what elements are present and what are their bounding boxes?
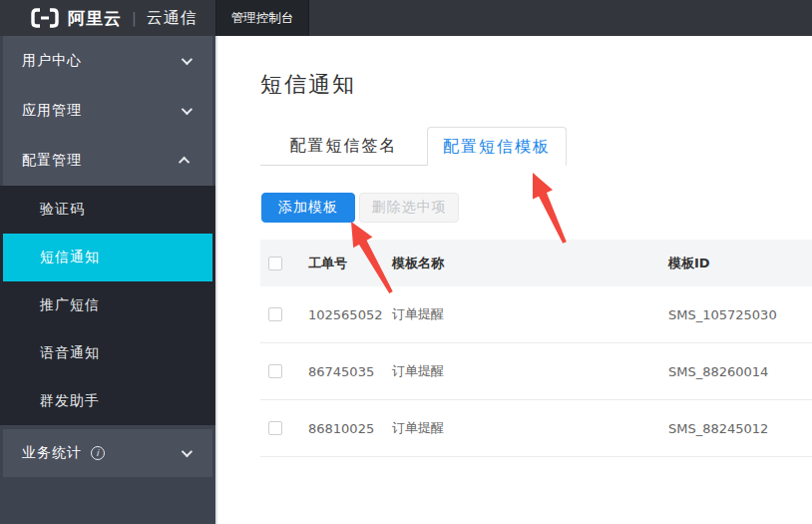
column-header-order-no: 工单号 — [308, 255, 392, 272]
sidebar-submenu: 验证码 短信通知 推广短信 语音通知 群发助手 — [0, 186, 215, 425]
delete-selected-button[interactable]: 删除选中项 — [359, 193, 459, 223]
sidebar-nav: 用户中心 应用管理 配置管理 验证码 短信通知 推广短信 语音 — [0, 36, 215, 524]
sidebar-item-config-management[interactable]: 配置管理 — [3, 136, 212, 186]
table-header-row: 工单号 模板名称 模板ID — [260, 240, 812, 286]
aliyun-logo-icon — [30, 7, 60, 29]
cell-template-id: SMS_88245012 — [668, 421, 812, 436]
page-title: 短信通知 — [260, 70, 356, 100]
tab-configure-sms-template[interactable]: 配置短信模板 — [427, 127, 567, 166]
table-row: 86810025 订单提醒 SMS_88245012 — [260, 400, 812, 457]
row-checkbox[interactable] — [268, 364, 282, 378]
chevron-down-icon — [182, 54, 193, 65]
console-tab[interactable]: 管理控制台 — [215, 0, 309, 36]
tab-configure-sms-signature[interactable]: 配置短信签名 — [260, 127, 427, 166]
cell-template-name: 订单提醒 — [392, 305, 668, 323]
cell-template-id: SMS_105725030 — [668, 307, 812, 322]
sidebar-item-business-stats[interactable]: 业务统计 — [3, 429, 212, 477]
toolbar: 添加模板 删除选中项 — [261, 193, 459, 223]
cell-template-name: 订单提醒 — [392, 362, 668, 380]
cell-order-no: 86810025 — [308, 421, 392, 436]
cell-order-no: 102565052 — [308, 307, 392, 322]
sidebar-item-label: 推广短信 — [40, 296, 100, 314]
chevron-up-icon — [179, 157, 190, 168]
info-icon — [91, 446, 105, 460]
sidebar-item-app-management[interactable]: 应用管理 — [3, 86, 212, 136]
sidebar-menu-group: 用户中心 应用管理 配置管理 — [3, 36, 212, 186]
sidebar-item-sms-notification[interactable]: 短信通知 — [3, 234, 212, 281]
sidebar-item-verification-code[interactable]: 验证码 — [0, 186, 215, 234]
row-checkbox[interactable] — [268, 307, 282, 321]
sidebar-item-voice-notification[interactable]: 语音通知 — [0, 329, 215, 377]
top-bar: 阿里云 | 云通信 管理控制台 — [0, 0, 812, 36]
sidebar-item-label: 用户中心 — [22, 52, 82, 70]
table-row: 86745035 订单提醒 SMS_88260014 — [260, 343, 812, 400]
template-table: 工单号 模板名称 模板ID 102565052 订单提醒 SMS_1057250… — [260, 240, 812, 457]
sidebar-item-label: 验证码 — [40, 201, 85, 219]
sidebar-item-user-center[interactable]: 用户中心 — [3, 36, 212, 86]
cell-order-no: 86745035 — [308, 364, 392, 379]
brand-divider: | — [132, 10, 137, 26]
app-window: 阿里云 | 云通信 管理控制台 用户中心 应用管理 配置管理 验证码 — [0, 0, 812, 524]
select-all-checkbox[interactable] — [268, 257, 282, 270]
chevron-down-icon — [182, 104, 193, 115]
brand-name: 阿里云 — [68, 7, 122, 30]
sidebar-item-label: 群发助手 — [40, 392, 100, 410]
sidebar-item-label: 短信通知 — [40, 249, 100, 266]
chevron-down-icon — [182, 446, 193, 457]
sidebar-item-label: 配置管理 — [22, 152, 82, 170]
row-checkbox[interactable] — [268, 421, 282, 435]
column-header-template-id: 模板ID — [668, 255, 812, 272]
sidebar-item-label: 语音通知 — [40, 344, 100, 362]
table-row: 102565052 订单提醒 SMS_105725030 — [260, 286, 812, 343]
sidebar-item-label: 应用管理 — [22, 102, 82, 120]
tab-bar: 配置短信签名 配置短信模板 — [260, 127, 567, 166]
cell-template-name: 订单提醒 — [392, 419, 668, 437]
sidebar-item-promo-sms[interactable]: 推广短信 — [0, 281, 215, 329]
sidebar-item-label: 业务统计 — [22, 444, 82, 462]
main-content: 短信通知 配置短信签名 配置短信模板 添加模板 删除选中项 工单号 模板名称 模… — [215, 36, 812, 524]
sidebar-item-mass-assistant[interactable]: 群发助手 — [0, 377, 215, 425]
add-template-button[interactable]: 添加模板 — [261, 193, 355, 223]
product-name: 云通信 — [147, 8, 198, 29]
column-header-template-name: 模板名称 — [392, 255, 668, 272]
brand-area: 阿里云 | 云通信 — [0, 0, 215, 36]
cell-template-id: SMS_88260014 — [668, 364, 812, 379]
